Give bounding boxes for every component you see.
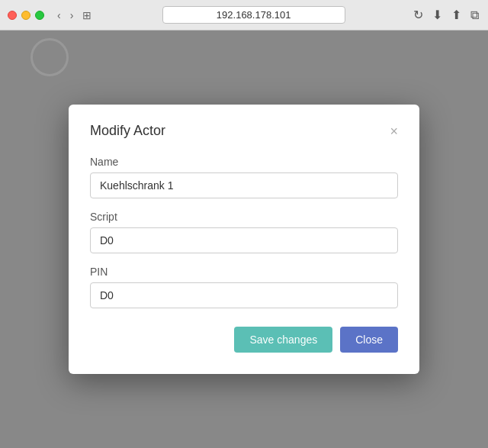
- modal-overlay: Modify Actor × Name Script PIN Save chan…: [0, 31, 488, 448]
- pin-input[interactable]: [90, 282, 398, 308]
- download-button[interactable]: ⬇: [431, 6, 444, 24]
- close-button[interactable]: Close: [340, 327, 398, 353]
- sidebar-toggle-button[interactable]: ⊞: [79, 8, 95, 23]
- name-field-group: Name: [90, 156, 398, 198]
- nav-buttons: ‹ › ⊞: [53, 8, 95, 23]
- modal-footer: Save changes Close: [90, 327, 398, 353]
- page-content: Modify Actor × Name Script PIN Save chan…: [0, 31, 488, 448]
- script-label: Script: [90, 211, 398, 223]
- back-button[interactable]: ‹: [53, 8, 65, 23]
- name-input[interactable]: [90, 172, 398, 198]
- minimize-window-button[interactable]: [21, 11, 30, 20]
- address-bar[interactable]: 192.168.178.101: [162, 6, 345, 24]
- reload-button[interactable]: ↻: [412, 6, 425, 24]
- maximize-window-button[interactable]: [35, 11, 44, 20]
- save-changes-button[interactable]: Save changes: [234, 327, 332, 353]
- share-button[interactable]: ⬆: [450, 6, 463, 24]
- close-window-button[interactable]: [8, 11, 17, 20]
- name-label: Name: [90, 156, 398, 168]
- browser-icons: ↻ ⬇ ⬆ ⧉: [412, 6, 480, 24]
- pin-label: PIN: [90, 266, 398, 278]
- browser-chrome: ‹ › ⊞ 192.168.178.101 ↻ ⬇ ⬆ ⧉: [0, 0, 488, 31]
- modal-title: Modify Actor: [90, 123, 165, 139]
- modal-dialog: Modify Actor × Name Script PIN Save chan…: [69, 105, 419, 374]
- modal-header: Modify Actor ×: [90, 123, 398, 139]
- new-window-button[interactable]: ⧉: [469, 7, 480, 24]
- forward-button[interactable]: ›: [66, 8, 78, 23]
- script-input[interactable]: [90, 227, 398, 253]
- address-bar-container: 192.168.178.101: [100, 6, 407, 24]
- modal-close-button[interactable]: ×: [390, 124, 398, 138]
- pin-field-group: PIN: [90, 266, 398, 308]
- script-field-group: Script: [90, 211, 398, 253]
- traffic-lights: [8, 11, 44, 20]
